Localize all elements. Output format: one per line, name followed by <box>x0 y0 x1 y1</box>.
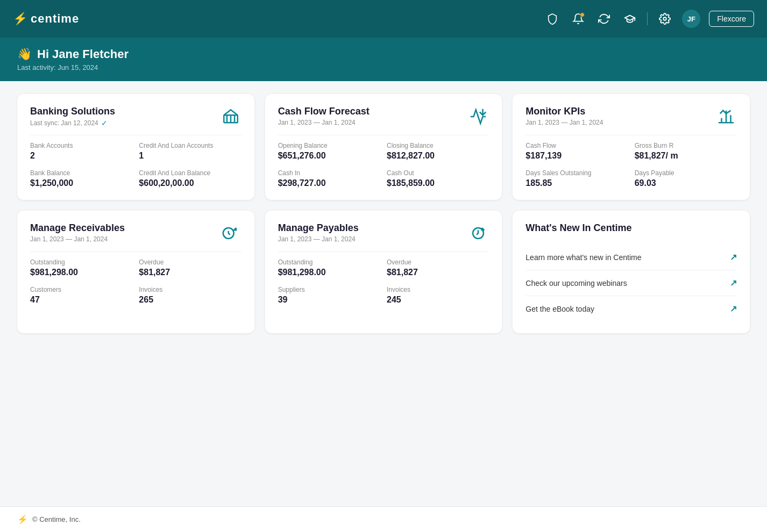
kpis-metrics: Cash Flow $187,139 Gross Burn R $81,827/… <box>525 142 737 188</box>
payables-subtitle: Jan 1, 2023 — Jan 1, 2024 <box>278 235 359 243</box>
payables-icon <box>467 222 489 244</box>
card-header-cashflow: Cash Flow Forecast Jan 1, 2023 — Jan 1, … <box>278 106 489 127</box>
payables-metrics: Outstanding $981,298.00 Overdue $81,827 … <box>278 258 489 305</box>
receivables-icon <box>220 222 242 244</box>
card-header-receivables: Manage Receivables Jan 1, 2023 — Jan 1, … <box>30 222 242 244</box>
header-divider <box>647 12 648 25</box>
notification-bell-icon[interactable] <box>570 10 587 27</box>
logo[interactable]: ⚡ centime <box>13 12 79 26</box>
settings-icon[interactable] <box>656 10 673 27</box>
logo-text: centime <box>31 12 79 26</box>
monitor-kpis-card[interactable]: Monitor KPIs Jan 1, 2023 — Jan 1, 2024 <box>513 94 750 200</box>
metric-cash-out: Cash Out $185,859.00 <box>387 169 489 188</box>
shield-icon[interactable] <box>544 10 561 27</box>
wave-emoji: 👋 <box>17 47 32 61</box>
greeting-banner: 👋 Hi Jane Fletcher Last activity: Jun 15… <box>0 38 767 81</box>
whats-new-link-0[interactable]: Learn more what's new in Centime ↗ <box>525 245 737 270</box>
card-row-1: Banking Solutions Last sync: Jan 12, 202… <box>17 94 750 200</box>
banking-metrics: Bank Accounts 2 Credit And Loan Accounts… <box>30 142 242 188</box>
learn-icon[interactable] <box>621 10 638 27</box>
metric-credit-loan-accounts: Credit And Loan Accounts 1 <box>139 142 241 161</box>
card-header-banking: Banking Solutions Last sync: Jan 12, 202… <box>30 106 242 127</box>
cashflow-metrics: Opening Balance $651,276.00 Closing Bala… <box>278 142 489 188</box>
last-activity: Last activity: Jun 15, 2024 <box>17 63 750 71</box>
sync-check-icon: ✓ <box>101 119 108 127</box>
cashflow-title: Cash Flow Forecast <box>278 106 370 117</box>
header: ⚡ centime JF Flexcore <box>0 0 767 38</box>
footer-icon: ⚡ <box>17 514 28 524</box>
metric-gross-burn: Gross Burn R $81,827/ m <box>635 142 737 161</box>
payables-title: Manage Payables <box>278 222 359 234</box>
banking-icon <box>220 106 242 127</box>
metric-days-payable: Days Payable 69.03 <box>635 169 737 188</box>
logo-icon: ⚡ <box>13 12 27 26</box>
card-header-kpis: Monitor KPIs Jan 1, 2023 — Jan 1, 2024 <box>525 106 737 127</box>
arrow-link-icon-2: ↗ <box>730 304 737 314</box>
sync-icon[interactable] <box>595 10 613 27</box>
footer-text: © Centime, Inc. <box>32 515 81 523</box>
metric-payables-overdue: Overdue $81,827 <box>387 258 489 277</box>
metric-cash-in: Cash In $298,727.00 <box>278 169 380 188</box>
svg-point-0 <box>664 17 667 20</box>
metric-payables-outstanding: Outstanding $981,298.00 <box>278 258 380 277</box>
footer: ⚡ © Centime, Inc. <box>0 506 767 532</box>
whats-new-link-2[interactable]: Get the eBook today ↗ <box>525 296 737 321</box>
metric-bank-accounts: Bank Accounts 2 <box>30 142 132 161</box>
arrow-link-icon-0: ↗ <box>730 252 737 262</box>
metric-bank-balance: Bank Balance $1,250,000 <box>30 169 132 188</box>
card-header-payables: Manage Payables Jan 1, 2023 — Jan 1, 202… <box>278 222 489 244</box>
greeting-title: 👋 Hi Jane Fletcher <box>17 47 750 61</box>
metric-credit-loan-balance: Credit And Loan Balance $600,20,00.00 <box>139 169 241 188</box>
cashflow-forecast-card[interactable]: Cash Flow Forecast Jan 1, 2023 — Jan 1, … <box>265 94 502 200</box>
card-divider-banking <box>30 135 242 135</box>
cashflow-subtitle: Jan 1, 2023 — Jan 1, 2024 <box>278 119 370 126</box>
metric-receivables-invoices: Invoices 265 <box>139 286 241 305</box>
header-right: JF Flexcore <box>544 10 754 28</box>
arrow-link-icon-1: ↗ <box>730 278 737 288</box>
banking-subtitle: Last sync: Jan 12, 2024 ✓ <box>30 119 115 127</box>
metric-days-sales: Days Sales Outstaning 185.85 <box>525 169 628 188</box>
company-button[interactable]: Flexcore <box>709 11 754 27</box>
card-divider-payables <box>278 251 489 252</box>
receivables-title: Manage Receivables <box>30 222 125 234</box>
card-row-2: Manage Receivables Jan 1, 2023 — Jan 1, … <box>17 211 750 333</box>
whats-new-title: What's New In Centime <box>525 222 737 234</box>
card-divider-cashflow <box>278 135 489 135</box>
metric-suppliers: Suppliers 39 <box>278 286 380 305</box>
metric-receivables-overdue: Overdue $81,827 <box>139 258 241 277</box>
card-divider-kpis <box>525 135 737 135</box>
main-content: Banking Solutions Last sync: Jan 12, 202… <box>0 81 767 506</box>
metric-payables-invoices: Invoices 245 <box>387 286 489 305</box>
banking-title: Banking Solutions <box>30 106 115 117</box>
manage-payables-card[interactable]: Manage Payables Jan 1, 2023 — Jan 1, 202… <box>265 211 502 333</box>
receivables-metrics: Outstanding $981,298.00 Overdue $81,827 … <box>30 258 242 305</box>
kpis-title: Monitor KPIs <box>525 106 603 117</box>
cashflow-icon <box>467 106 489 127</box>
metric-opening-balance: Opening Balance $651,276.00 <box>278 142 380 161</box>
card-divider-receivables <box>30 251 242 252</box>
whats-new-card: What's New In Centime Learn more what's … <box>513 211 750 333</box>
metric-receivables-outstanding: Outstanding $981,298.00 <box>30 258 132 277</box>
kpis-subtitle: Jan 1, 2023 — Jan 1, 2024 <box>525 119 603 126</box>
metric-cash-flow: Cash Flow $187,139 <box>525 142 628 161</box>
metric-closing-balance: Closing Balance $812,827.00 <box>387 142 489 161</box>
metric-customers: Customers 47 <box>30 286 132 305</box>
whats-new-link-1[interactable]: Check our upcoming webinars ↗ <box>525 270 737 296</box>
banking-solutions-card[interactable]: Banking Solutions Last sync: Jan 12, 202… <box>17 94 254 200</box>
kpis-icon <box>715 106 737 127</box>
receivables-subtitle: Jan 1, 2023 — Jan 1, 2024 <box>30 235 125 243</box>
greeting-name: Hi Jane Fletcher <box>37 47 129 61</box>
manage-receivables-card[interactable]: Manage Receivables Jan 1, 2023 — Jan 1, … <box>17 211 254 333</box>
user-avatar[interactable]: JF <box>682 10 700 28</box>
